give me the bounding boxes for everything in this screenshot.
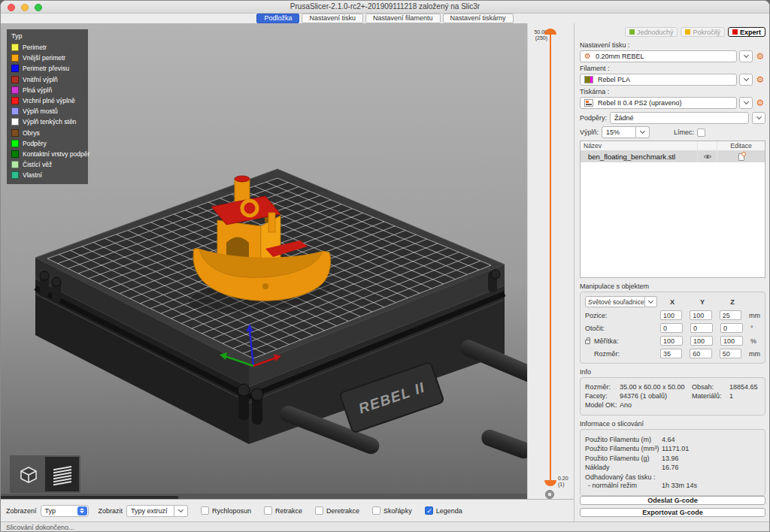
layer-slider-upper-handle[interactable] xyxy=(544,29,556,35)
chevron-down-icon xyxy=(640,128,645,134)
info-title: Info xyxy=(580,368,765,376)
supports-combo[interactable]: Žádné xyxy=(610,112,749,124)
position-x-input[interactable]: 100 xyxy=(660,310,682,320)
info-panel: Rozměr: 35.00 x 60.00 x 50.00 Obsah: 188… xyxy=(580,377,765,416)
infill-dropdown-button[interactable] xyxy=(636,126,650,138)
info-facets-value: 94376 (1 obalů) xyxy=(620,392,692,400)
color-swatch xyxy=(11,150,19,158)
size-y-input[interactable]: 60 xyxy=(690,349,711,358)
object-row[interactable]: ben_floating_benchmark.stl xyxy=(581,151,765,162)
supports-dropdown-button[interactable] xyxy=(752,112,765,124)
retractions-toggle[interactable]: Retrakce xyxy=(264,506,302,515)
filament-combo[interactable]: Rebel PLA xyxy=(580,74,737,86)
infill-combo[interactable]: 15% xyxy=(602,126,650,138)
size-z-input[interactable]: 50 xyxy=(720,349,741,358)
tab-printer-settings[interactable]: Nastavení tiskárny xyxy=(443,14,514,23)
mode-expert-icon xyxy=(732,29,738,35)
travel-toggle[interactable]: Rychloposun xyxy=(201,506,251,515)
printer-dropdown-button[interactable] xyxy=(739,97,753,109)
sidebar: Jednoduchý Pokročilý Expert Nastavení ti… xyxy=(574,23,770,521)
print-settings-combo[interactable]: ⚙ 0.20mm REBEL xyxy=(580,50,737,62)
color-swatch xyxy=(11,44,19,51)
preview-view-button[interactable] xyxy=(45,457,79,491)
coordinate-system-select[interactable]: Světové souřadnice xyxy=(585,296,645,307)
send-gcode-button[interactable]: Odeslat G-code xyxy=(580,496,765,505)
printer-combo[interactable]: Rebel II 0.4 PS2 (upraveno) xyxy=(580,97,737,109)
minimize-button[interactable] xyxy=(21,4,29,11)
chevron-down-icon xyxy=(743,99,748,104)
legend-item: Vlastní xyxy=(11,170,85,180)
brim-label: Límec: xyxy=(674,128,694,136)
layer-slider-lower-handle[interactable] xyxy=(544,480,556,486)
chevron-down-icon xyxy=(756,114,761,119)
axis-y-header: Y xyxy=(687,298,717,306)
scale-y-input[interactable]: 100 xyxy=(690,336,713,346)
print-settings-edit-button[interactable]: ⚙ xyxy=(755,51,765,62)
edit-object-icon[interactable] xyxy=(738,153,744,161)
layer-slider-track[interactable] xyxy=(550,34,551,482)
filament-g-value: 13.96 xyxy=(662,455,760,462)
size-label: Rozměr: xyxy=(594,350,620,358)
brim-checkbox[interactable] xyxy=(697,128,705,137)
legend-checkbox[interactable] xyxy=(425,506,433,515)
column-visibility xyxy=(697,141,717,150)
layer-min-number: (1) xyxy=(558,482,565,488)
color-swatch xyxy=(11,86,19,94)
chevron-down-icon xyxy=(743,76,748,81)
legend-item: Kontaktní vrstvy podpěr xyxy=(11,149,85,159)
sliced-info-panel: Použito Filamentu (m)4.64 Použito Filame… xyxy=(580,429,765,496)
view-select[interactable]: Typ xyxy=(41,505,89,517)
shells-toggle[interactable]: Skořápky xyxy=(372,506,412,515)
column-edit: Editace xyxy=(717,141,765,150)
filament-dropdown-button[interactable] xyxy=(739,74,753,86)
eye-icon[interactable] xyxy=(703,153,712,160)
mode-simple-icon xyxy=(629,29,635,35)
export-gcode-button[interactable]: Exportovat G-code xyxy=(580,508,765,517)
legend-item: Obrys xyxy=(11,128,85,138)
rotate-z-input[interactable]: 0 xyxy=(720,323,743,333)
coordinate-system-dropdown-button[interactable] xyxy=(645,296,657,307)
position-z-input[interactable]: 25 xyxy=(720,310,741,320)
info-size-value: 35.00 x 60.00 x 50.00 xyxy=(620,383,692,391)
unretractions-toggle[interactable]: Deretrakce xyxy=(315,506,359,515)
mode-simple-button[interactable]: Jednoduchý xyxy=(625,27,678,37)
printer-icon xyxy=(584,99,593,107)
print-settings-dropdown-button[interactable] xyxy=(739,50,753,62)
scale-x-input[interactable]: 100 xyxy=(660,336,683,346)
rotate-y-input[interactable]: 0 xyxy=(690,323,713,333)
tab-print-settings[interactable]: Nastavení tisku xyxy=(302,14,363,23)
tab-plater[interactable]: Podložka xyxy=(256,14,299,23)
legend-toggle[interactable]: Legenda xyxy=(425,506,462,515)
uniform-scale-lock-icon[interactable] xyxy=(585,340,590,344)
mode-expert-button[interactable]: Expert xyxy=(728,27,765,37)
mode-advanced-button[interactable]: Pokročilý xyxy=(681,27,725,37)
close-button[interactable] xyxy=(8,4,15,11)
travel-checkbox[interactable] xyxy=(201,506,209,515)
shells-checkbox[interactable] xyxy=(372,506,380,515)
printer-edit-button[interactable]: ⚙ xyxy=(755,98,765,108)
size-x-input[interactable]: 35 xyxy=(660,349,682,358)
rotate-x-input[interactable]: 0 xyxy=(660,323,683,333)
object-name: ben_floating_benchmark.stl xyxy=(581,153,697,161)
color-swatch xyxy=(11,140,19,147)
position-y-input[interactable]: 100 xyxy=(690,310,711,320)
editor-view-button[interactable] xyxy=(11,457,45,491)
feature-dropdown-button[interactable] xyxy=(174,505,188,517)
filament-m-value: 4.64 xyxy=(662,436,760,443)
filament-label: Filament : xyxy=(580,65,765,72)
supports-label: Podpěry: xyxy=(580,114,607,122)
zoom-button[interactable] xyxy=(35,4,42,11)
view-toggle-group xyxy=(10,455,80,493)
one-layer-mode-button[interactable] xyxy=(545,490,554,499)
color-swatch xyxy=(11,161,19,168)
feature-select[interactable]: Typy extruzí xyxy=(126,505,174,517)
filament-edit-button[interactable]: ⚙ xyxy=(755,74,765,85)
layer-slider-strip: 50.00 (250) 0.20 (1) xyxy=(527,23,574,499)
tab-filament-settings[interactable]: Nastavení filamentu xyxy=(365,14,441,23)
axis-z-header: Z xyxy=(717,298,747,306)
unretractions-checkbox[interactable] xyxy=(315,506,323,515)
viewport-3d[interactable]: REBEL II Typ Perimetr Vnější perimetr Pe… xyxy=(1,23,527,499)
column-name: Název xyxy=(581,142,697,150)
retractions-checkbox[interactable] xyxy=(264,506,272,515)
scale-z-input[interactable]: 100 xyxy=(720,336,743,346)
